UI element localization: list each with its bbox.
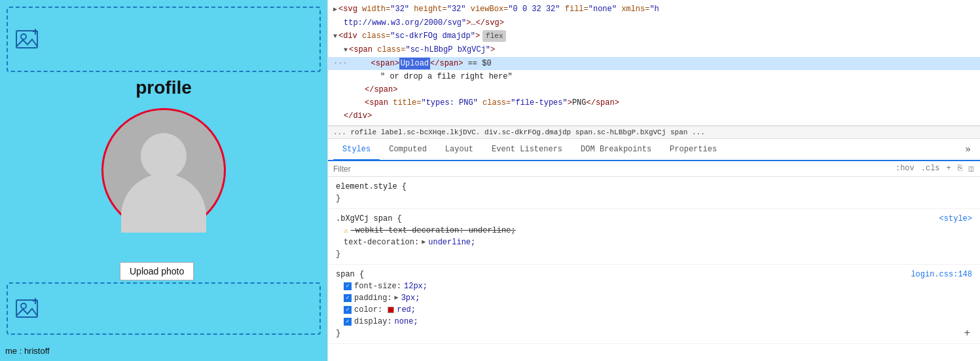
file-types-text: PNG [572,97,587,109]
attr-fill-val: "none" [589,3,617,15]
tab-properties[interactable]: Properties [661,140,726,161]
html-line-file-types[interactable]: <span title="types: PNG" class="file-typ… [328,96,980,109]
prop-value-color: red; [397,304,416,316]
source-link-bxgvcj[interactable]: <style> [939,213,972,225]
copy-style-icon[interactable]: ⎘ [956,164,964,174]
html-line-upload[interactable]: ··· <span> Upload </span> == $0 [328,57,980,70]
dots-upload: ··· [333,58,348,69]
close-style-icon[interactable]: ◫ [968,164,975,174]
tag-span-file-open: <span [365,97,393,109]
tag-file-close: </span> [587,97,619,109]
breadcrumb-div[interactable]: div.sc-dkrFOg.dmajdp [484,128,571,136]
attr-class-file-val: "file-types" [511,97,567,109]
close-brace-span: } + [336,328,972,339]
upload-text-highlight: Upload [399,58,430,69]
tab-more[interactable]: » [962,139,975,160]
html-tree: ▶ <svg width="32" height="32" viewBox="0… [328,0,980,126]
prop-padding: padding: ▶ 3px; [336,292,972,304]
expand-text-dec[interactable]: ▶ [422,237,426,248]
tag-svg-ellipsis: >…</svg> [466,17,504,29]
triangle-span-outer: ▼ [344,45,348,56]
html-line-span-outer[interactable]: ▼ <span class="sc-hLBbgP bXgVCj" > [328,43,980,57]
attr-class-div-val: "sc-dkrFOg dmajdp" [390,30,475,42]
tag-div-open: <div [338,30,362,42]
prop-value-padding: 3px; [401,292,420,304]
attr-class-div: class= [362,30,390,42]
breadcrumb-more[interactable]: ... [692,128,705,136]
top-dashed-box [7,7,321,72]
tag-close-div: </div> [344,110,372,122]
breadcrumb-span[interactable]: span [670,128,687,136]
checkbox-padding[interactable] [344,294,352,302]
avatar [101,108,226,233]
warning-icon: ⚠ [344,225,348,237]
prop-name-text-dec: text-decoration: [344,237,419,248]
cls-button[interactable]: .cls [920,164,941,174]
tab-styles[interactable]: Styles [333,140,380,161]
checkbox-color[interactable] [344,306,352,314]
breadcrumb-bar: ... rofile label.sc-bcXHqe.lkjDVC. div.s… [328,126,980,139]
attr-xmlns: xmlns= [617,3,649,15]
close-brace-bxgvcj: } [336,248,972,260]
html-line-div[interactable]: ▼ <div class="sc-dkrFOg dmajdp" > flex [328,29,980,43]
breadcrumb-label[interactable]: label.sc-bcXHqe.lkjDVC. [381,128,481,136]
image-upload-icon-top [16,28,42,51]
breadcrumb-rofile[interactable]: rofile [350,128,376,136]
attr-class-span-outer: class= [377,44,405,56]
prop-color: color: red; [336,304,972,316]
prop-name-font-size: font-size: [354,280,401,292]
selector-span-line: span { login.css:148 [336,269,972,280]
breadcrumb-dots: ... [333,128,350,136]
triangle-svg: ▶ [333,4,337,16]
prop-webkit-text-decoration: ⚠ -webkit-text-decoration: underline; [336,225,972,237]
tab-dom-breakpoints[interactable]: DOM Breakpoints [572,140,661,161]
avatar-body [121,174,206,233]
selector-element: element.style { [336,181,972,193]
prop-display: display: none; [336,316,972,328]
style-block-span: span { login.css:148 font-size: 12px; pa… [328,265,980,344]
avatar-circle [101,108,226,233]
tab-layout[interactable]: Layout [436,140,482,161]
bottom-dashed-box [7,282,321,335]
attr-title-file: title= [393,97,421,109]
prop-value-text-dec: underline; [428,237,475,248]
attr-height: height= [409,3,447,15]
svg-rect-4 [16,300,37,317]
svg-point-1 [21,34,26,39]
avatar-head [141,133,187,179]
html-line-svg[interactable]: ▶ <svg width="32" height="32" viewBox="0… [328,3,980,16]
checkbox-display[interactable] [344,318,352,326]
tag-file-gt: > [568,97,572,109]
color-swatch-red[interactable] [388,307,394,313]
prop-text-decoration: text-decoration: ▶ underline; [336,237,972,248]
bottom-label: me : hristoff [5,346,50,356]
tag-span-outer-open: <span [349,44,377,56]
add-style-button[interactable]: + [945,164,953,174]
tabs-bar: Styles Computed Layout Event Listeners D… [328,139,980,161]
flex-badge: flex [482,30,506,42]
add-rule-button[interactable]: + [962,328,972,339]
tag-span-outer-close: > [490,44,495,56]
prop-name-display: display: [354,316,392,328]
tab-computed[interactable]: Computed [380,140,436,161]
attr-class-span-outer-val: "sc-hLBbgP bXgVCj" [405,44,490,56]
prop-font-size: font-size: 12px; [336,280,972,292]
devtools-panel: ▶ <svg width="32" height="32" viewBox="0… [327,0,980,361]
expand-padding[interactable]: ▶ [395,292,399,304]
attr-width: width= [362,3,390,15]
style-block-element: element.style { } [328,177,980,209]
hov-button[interactable]: :hov [894,164,916,174]
prop-name-webkit: -webkit-text-decoration: underline; [351,225,516,237]
svg-point-5 [21,303,26,309]
tag-span-upload-open: < [371,58,376,69]
filter-input[interactable] [333,164,889,174]
checkbox-font-size[interactable] [344,282,352,290]
style-block-bxgvcj: .bXgVCj span { <style> ⚠ -webkit-text-de… [328,209,980,265]
tab-event-listeners[interactable]: Event Listeners [482,140,572,161]
attr-class-file: class= [478,97,511,109]
attr-xmlns-url: ttp://www.w3.org/2000/svg" [344,17,466,29]
tag-span-upload-name: span [376,58,395,69]
breadcrumb-span-outer[interactable]: span.sc-hLBbgP.bXgVCj [575,128,666,136]
upload-photo-button[interactable]: Upload photo [120,262,194,280]
source-link-span[interactable]: login.css:148 [911,269,972,280]
